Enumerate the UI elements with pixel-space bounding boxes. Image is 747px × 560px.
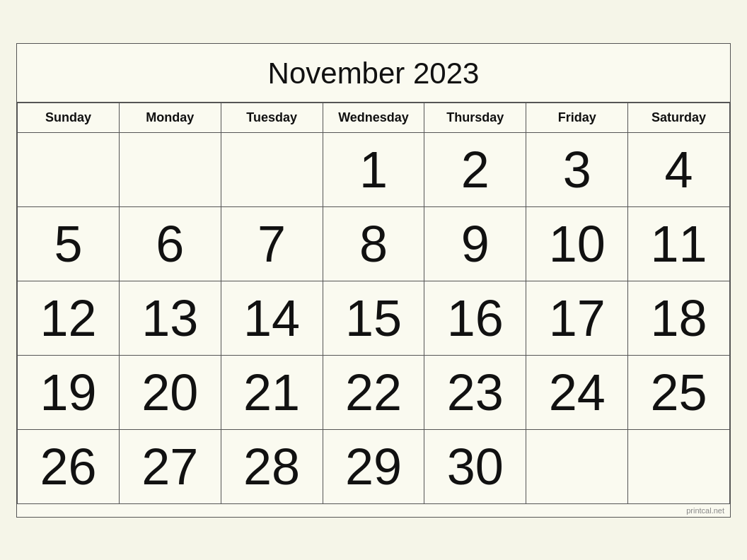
week-row-5: 2627282930 (18, 429, 730, 503)
day-cell-18: 18 (628, 281, 730, 355)
day-header-saturday: Saturday (628, 103, 730, 132)
calendar-container: November 2023 SundayMondayTuesdayWednesd… (16, 43, 731, 518)
day-header-monday: Monday (119, 103, 221, 132)
day-cell-9: 9 (424, 206, 526, 281)
day-cell-4: 4 (628, 132, 730, 206)
calendar-table: SundayMondayTuesdayWednesdayThursdayFrid… (17, 103, 730, 504)
day-cell-16: 16 (424, 281, 526, 355)
days-header-row: SundayMondayTuesdayWednesdayThursdayFrid… (18, 103, 730, 132)
week-row-4: 19202122232425 (18, 355, 730, 429)
day-cell-14: 14 (221, 281, 323, 355)
day-cell-7: 7 (221, 206, 323, 281)
day-cell-11: 11 (628, 206, 730, 281)
empty-cell (18, 132, 120, 206)
day-cell-1: 1 (323, 132, 424, 206)
week-row-3: 12131415161718 (18, 281, 730, 355)
day-cell-22: 22 (323, 355, 424, 429)
empty-cell (526, 429, 628, 503)
day-cell-15: 15 (323, 281, 424, 355)
day-header-friday: Friday (526, 103, 628, 132)
day-header-thursday: Thursday (424, 103, 526, 132)
empty-cell (628, 429, 730, 503)
week-row-2: 567891011 (18, 206, 730, 281)
day-cell-17: 17 (526, 281, 628, 355)
day-cell-23: 23 (424, 355, 526, 429)
watermark: printcal.net (17, 504, 730, 517)
day-cell-27: 27 (119, 429, 221, 503)
calendar-title: November 2023 (17, 44, 730, 103)
day-cell-28: 28 (221, 429, 323, 503)
day-cell-3: 3 (526, 132, 628, 206)
day-cell-6: 6 (119, 206, 221, 281)
week-row-1: 1234 (18, 132, 730, 206)
day-header-tuesday: Tuesday (221, 103, 323, 132)
empty-cell (119, 132, 221, 206)
day-cell-21: 21 (221, 355, 323, 429)
day-cell-26: 26 (18, 429, 120, 503)
day-cell-10: 10 (526, 206, 628, 281)
day-cell-29: 29 (323, 429, 424, 503)
day-cell-2: 2 (424, 132, 526, 206)
empty-cell (221, 132, 323, 206)
day-cell-13: 13 (119, 281, 221, 355)
day-cell-24: 24 (526, 355, 628, 429)
day-cell-12: 12 (18, 281, 120, 355)
day-cell-19: 19 (18, 355, 120, 429)
day-header-wednesday: Wednesday (323, 103, 424, 132)
day-cell-8: 8 (323, 206, 424, 281)
day-cell-25: 25 (628, 355, 730, 429)
day-header-sunday: Sunday (18, 103, 120, 132)
day-cell-20: 20 (119, 355, 221, 429)
day-cell-5: 5 (18, 206, 120, 281)
day-cell-30: 30 (424, 429, 526, 503)
